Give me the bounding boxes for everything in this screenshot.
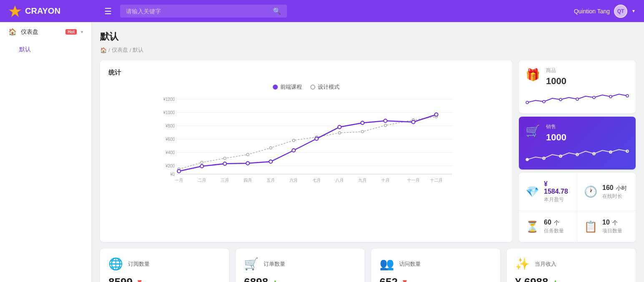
breadcrumb-dashboard[interactable]: 仪表盘 [112, 46, 128, 54]
chart-title: 统计 [108, 69, 504, 77]
visits-label: 访问数量 [399, 260, 421, 268]
online-number: 160 [602, 184, 614, 191]
svg-point-36 [361, 130, 364, 133]
profit-label: 本月盈亏 [544, 196, 570, 203]
bottom-card-orders: 🛒 订单数量 6898 ▲ 36% 过去6个月 [236, 249, 365, 282]
svg-point-50 [412, 120, 415, 124]
svg-point-37 [384, 124, 387, 127]
breadcrumb: 🏠 / 仪表盘 / 默认 [100, 46, 636, 54]
statistics-chart-card: 统计 前端课程 设计模式 [100, 60, 512, 242]
visits-value: 652 [380, 276, 397, 282]
legend-frontend: 前端课程 [273, 83, 302, 91]
clipboard-icon: 📋 [584, 220, 597, 233]
product-icon: 🎁 [526, 68, 540, 82]
sparkle-icon: ✨ [515, 257, 530, 271]
main-content: 默认 🏠 / 仪表盘 / 默认 统计 前端课程 设计模式 [92, 22, 644, 282]
svg-point-55 [576, 98, 579, 100]
right-stats: 🎁 商品 1000 [519, 60, 636, 242]
user-area[interactable]: Quintion Tang QT ▼ [574, 5, 636, 18]
projects-label: 项目数量 [602, 227, 622, 235]
svg-point-30 [224, 157, 226, 160]
search-bar[interactable]: 🔍 [120, 5, 287, 17]
svg-point-35 [338, 132, 341, 134]
legend-design-label: 设计模式 [318, 83, 340, 91]
tasks-number: 60 [544, 219, 551, 226]
svg-point-57 [609, 95, 612, 98]
legend-dot-outline [310, 85, 315, 90]
page-title: 默认 [100, 30, 636, 43]
sales-stat-card: 🛒 销售 1000 [519, 117, 636, 170]
svg-text:九月: 九月 [358, 178, 367, 182]
orders-value: 6898 [244, 276, 268, 282]
svg-point-49 [384, 119, 387, 122]
sales-icon: 🛒 [526, 124, 540, 138]
cart-icon: 🛒 [244, 257, 259, 271]
legend-dot-solid [273, 85, 278, 90]
svg-text:六月: 六月 [289, 178, 298, 182]
search-icon: 🔍 [273, 7, 281, 15]
product-stat-card: 🎁 商品 1000 [519, 60, 636, 113]
svg-point-48 [361, 121, 364, 125]
svg-point-43 [246, 162, 249, 165]
svg-point-32 [269, 147, 272, 149]
svg-text:十一月: 十一月 [407, 178, 420, 182]
sidebar-sub-item-default[interactable]: 默认 [0, 42, 91, 57]
info-cell-tasks: ⏳ 60 个 任务数量 [519, 211, 577, 242]
projects-unit: 个 [612, 220, 618, 226]
dashboard-grid: 统计 前端课程 设计模式 [100, 60, 636, 242]
legend-design: 设计模式 [310, 83, 340, 91]
svg-point-40 [177, 170, 181, 173]
svg-text:一月: 一月 [175, 178, 183, 182]
revenue-label: 当月收入 [535, 260, 556, 268]
bottom-card-subscriptions: 🌐 订阅数量 8599 ▼ 48% 过去24小时 [100, 249, 229, 282]
search-input[interactable] [126, 8, 269, 15]
svg-point-65 [626, 150, 629, 152]
subscriptions-trend-down-icon: ▼ [136, 278, 143, 282]
info-row-2: ⏳ 60 个 任务数量 📋 [519, 211, 636, 242]
sidebar-sub-item-label: 默认 [19, 46, 31, 52]
home-icon: 🏠 [8, 28, 17, 36]
svg-text:五月: 五月 [267, 178, 275, 182]
sales-mini-chart [526, 146, 629, 163]
chevron-down-icon: ▼ [631, 9, 636, 13]
sales-value: 1000 [546, 132, 566, 143]
svg-text:七月: 七月 [312, 178, 321, 182]
logo-text: CRAYON [25, 6, 60, 16]
svg-point-60 [543, 157, 545, 160]
legend-frontend-label: 前端课程 [280, 83, 302, 91]
svg-text:¥400: ¥400 [165, 150, 175, 155]
svg-text:¥600: ¥600 [165, 137, 175, 142]
profit-value: ¥ 1584.78 [544, 180, 570, 195]
main-layout: 🏠 仪表盘 Hot ▾ 默认 默认 🏠 / 仪表盘 / 默认 统计 [0, 22, 644, 282]
product-value: 1000 [546, 76, 566, 87]
svg-point-33 [292, 139, 295, 142]
svg-text:四月: 四月 [244, 178, 252, 182]
info-cell-profit: 💎 ¥ 1584.78 本月盈亏 [519, 173, 577, 211]
breadcrumb-home[interactable]: 🏠 [100, 47, 107, 53]
sidebar: 🏠 仪表盘 Hot ▾ 默认 [0, 22, 92, 282]
svg-point-52 [526, 101, 528, 104]
sidebar-item-dashboard[interactable]: 🏠 仪表盘 Hot ▾ [0, 22, 91, 42]
svg-point-46 [315, 137, 318, 140]
projects-number: 10 [602, 219, 610, 226]
svg-point-64 [609, 151, 612, 153]
revenue-trend-up-icon: ▲ [552, 278, 559, 282]
svg-point-44 [269, 160, 272, 163]
svg-text:三月: 三月 [221, 178, 229, 182]
chart-area: ¥1200 ¥1000 ¥800 ¥600 ¥400 ¥200 ¥0 一月 二月… [108, 95, 504, 187]
svg-point-53 [543, 100, 545, 103]
svg-text:¥1000: ¥1000 [163, 110, 175, 115]
svg-point-54 [559, 98, 562, 101]
subscriptions-label: 订阅数量 [128, 260, 150, 268]
sidebar-item-dashboard-label: 仪表盘 [21, 28, 61, 36]
svg-text:八月: 八月 [335, 178, 344, 182]
svg-text:¥1200: ¥1200 [163, 97, 175, 102]
svg-point-51 [435, 113, 438, 116]
svg-text:¥200: ¥200 [165, 164, 175, 168]
svg-text:¥0: ¥0 [170, 172, 175, 177]
hamburger-button[interactable]: ☰ [104, 6, 112, 16]
top-navigation: CRAYON ☰ 🔍 Quintion Tang QT ▼ [0, 0, 644, 22]
product-label: 商品 [546, 67, 566, 74]
online-unit: 小时 [616, 185, 627, 191]
clock-icon: 🕐 [584, 185, 597, 198]
